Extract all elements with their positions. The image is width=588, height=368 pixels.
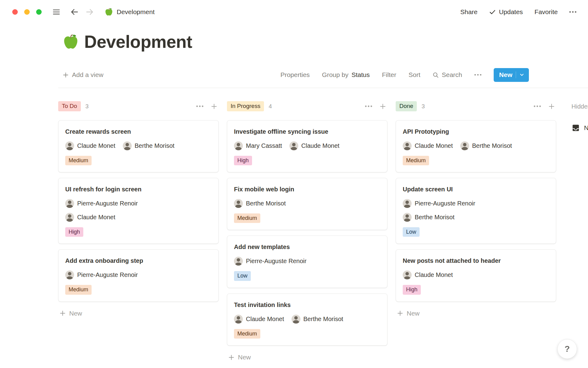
- breadcrumb[interactable]: Development: [105, 8, 155, 16]
- view-options: Properties Group by Status Filter Sort S…: [281, 68, 529, 82]
- page-header: Development: [0, 24, 588, 52]
- assignee: Berthe Morisot: [403, 213, 454, 222]
- view-more-options-icon[interactable]: [474, 74, 481, 76]
- assignee-row: Claude Monet Berthe Morisot: [234, 315, 380, 324]
- sort-button[interactable]: Sort: [409, 71, 420, 79]
- column-more-icon[interactable]: [364, 104, 373, 108]
- assignee-name: Berthe Morisot: [135, 142, 175, 149]
- hidden-groups-toggle[interactable]: Hidden: [571, 101, 588, 112]
- kanban-card[interactable]: Fix mobile web login Berthe Morisot Medi…: [227, 178, 387, 230]
- kanban-card[interactable]: Investigate offline syncing issue Mary C…: [227, 120, 387, 172]
- card-title: Add new templates: [234, 243, 380, 251]
- group-count: 3: [421, 103, 425, 110]
- assignee: Claude Monet: [234, 315, 284, 324]
- card-title: Investigate offline syncing issue: [234, 128, 380, 136]
- kanban-card[interactable]: API Prototyping Claude Monet Berthe Mori…: [396, 120, 556, 172]
- page-icon-apple[interactable]: [63, 34, 79, 50]
- properties-button[interactable]: Properties: [281, 71, 310, 79]
- kanban-card[interactable]: Add new templates Pierre-Auguste Renoir …: [227, 236, 387, 288]
- assignee: Berthe Morisot: [234, 199, 286, 208]
- priority-badge: Medium: [403, 156, 429, 165]
- filter-button[interactable]: Filter: [382, 71, 396, 79]
- kanban-card[interactable]: UI refresh for login screen Pierre-Augus…: [58, 178, 219, 244]
- card-list: Create rewards screen Claude Monet Berth…: [58, 120, 219, 302]
- column-more-icon[interactable]: [533, 104, 542, 108]
- column-new-button[interactable]: New: [396, 310, 556, 317]
- assignee: Claude Monet: [403, 141, 453, 150]
- column-done: Done 3 API Prototyping Claude Monet Bert…: [396, 101, 556, 317]
- avatar-icon: [234, 257, 243, 266]
- priority-badge: Medium: [234, 213, 260, 223]
- updates-label: Updates: [499, 8, 523, 16]
- inbox-icon: [571, 124, 580, 132]
- assignee-row: Berthe Morisot: [403, 213, 549, 222]
- column-add-icon[interactable]: [378, 102, 387, 111]
- group-badge-in-progress[interactable]: In Progress: [227, 101, 264, 111]
- avatar-icon: [460, 141, 469, 150]
- priority-badge: Medium: [234, 329, 260, 339]
- chevron-down-icon[interactable]: [519, 72, 524, 77]
- add-view-button[interactable]: Add a view: [63, 71, 104, 79]
- column-add-icon[interactable]: [209, 102, 219, 111]
- assignee-name: Claude Monet: [301, 142, 340, 149]
- help-button[interactable]: ?: [557, 339, 577, 359]
- assignee-name: Berthe Morisot: [303, 316, 343, 323]
- assignee: Pierre-Auguste Renoir: [65, 270, 138, 279]
- kanban-card[interactable]: Add extra onboarding step Pierre-Auguste…: [58, 249, 219, 301]
- more-actions-icon[interactable]: [569, 11, 576, 13]
- column-add-icon[interactable]: [547, 102, 556, 111]
- new-button[interactable]: New: [494, 68, 529, 82]
- favorite-label: Favorite: [534, 8, 558, 16]
- avatar-icon: [65, 270, 74, 279]
- priority-badge: High: [403, 285, 421, 294]
- hidden-group-no-status[interactable]: No Status: [571, 124, 588, 132]
- minimize-button[interactable]: [24, 9, 30, 15]
- forward-button[interactable]: [85, 7, 94, 17]
- assignee-row: Mary Cassatt Claude Monet: [234, 141, 380, 150]
- new-button-label: New: [499, 71, 512, 79]
- card-title: Update screen UI: [403, 185, 549, 194]
- assignee: Berthe Morisot: [460, 141, 512, 150]
- column-new-button[interactable]: New: [58, 310, 219, 317]
- assignee-row: Berthe Morisot: [234, 199, 380, 208]
- avatar-icon: [234, 199, 243, 208]
- kanban-card[interactable]: New posts not attached to header Claude …: [396, 249, 556, 301]
- breadcrumb-title: Development: [117, 8, 155, 16]
- column-header: Done 3: [396, 101, 556, 112]
- filter-label: Filter: [382, 71, 396, 79]
- group-count: 3: [85, 103, 89, 110]
- avatar-icon: [65, 199, 74, 208]
- page-title[interactable]: Development: [84, 32, 192, 52]
- close-button[interactable]: [12, 9, 18, 15]
- assignee-name: Pierre-Auguste Renoir: [415, 200, 475, 207]
- card-title: API Prototyping: [403, 128, 549, 136]
- column-more-icon[interactable]: [195, 104, 205, 108]
- search-button[interactable]: Search: [432, 71, 462, 79]
- kanban-card[interactable]: Test invitation links Claude Monet Berth…: [227, 293, 387, 346]
- group-badge-todo[interactable]: To Do: [58, 101, 81, 111]
- favorite-button[interactable]: Favorite: [534, 8, 558, 16]
- kanban-card[interactable]: Create rewards screen Claude Monet Berth…: [58, 120, 219, 172]
- avatar-icon: [403, 270, 412, 279]
- avatar-icon: [123, 141, 132, 150]
- column-new-button[interactable]: New: [227, 354, 387, 361]
- group-by-button[interactable]: Group by Status: [322, 71, 370, 79]
- titlebar-actions: Share Updates Favorite: [460, 8, 576, 16]
- updates-button[interactable]: Updates: [489, 8, 523, 16]
- zoom-button[interactable]: [36, 9, 42, 15]
- new-label: New: [407, 310, 420, 317]
- avatar-icon: [289, 141, 298, 150]
- share-button[interactable]: Share: [460, 8, 477, 16]
- group-badge-done[interactable]: Done: [396, 101, 417, 111]
- group-count: 4: [269, 103, 272, 110]
- share-label: Share: [460, 8, 477, 16]
- back-button[interactable]: [70, 7, 79, 17]
- avatar-icon: [65, 141, 74, 150]
- assignee: Berthe Morisot: [123, 141, 175, 150]
- assignee-name: Claude Monet: [246, 316, 284, 323]
- card-title: UI refresh for login screen: [65, 185, 212, 194]
- column-header: To Do 3: [58, 101, 219, 112]
- avatar-icon: [403, 213, 412, 222]
- kanban-card[interactable]: Update screen UI Pierre-Auguste Renoir B…: [396, 178, 556, 244]
- sidebar-toggle-icon[interactable]: [52, 8, 61, 16]
